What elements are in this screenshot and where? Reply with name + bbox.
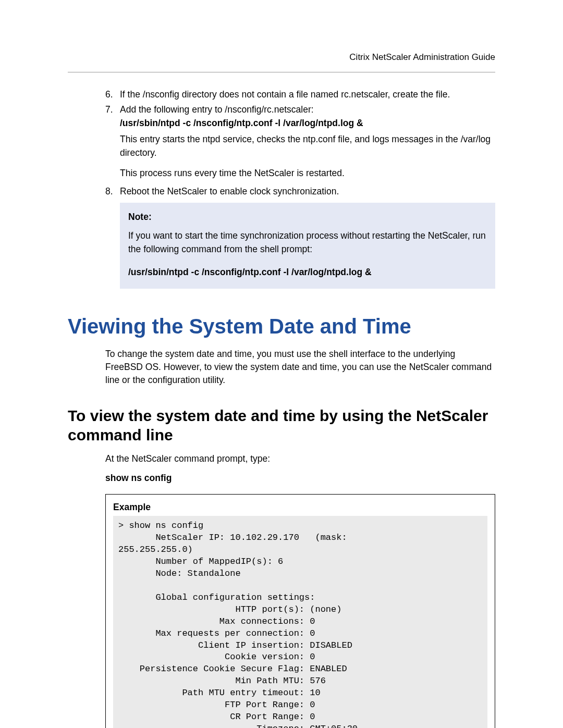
header-rule (68, 72, 495, 72)
note-label: Note: (128, 210, 487, 224)
step-text: Add the following entry to /nsconfig/rc.… (120, 103, 495, 130)
step-text: If the /nsconfig directory does not cont… (120, 88, 495, 101)
heading-h1: Viewing the System Date and Time (68, 315, 495, 338)
numbered-list: 6. If the /nsconfig directory does not c… (105, 88, 495, 289)
step-text: Reboot the NetScaler to enable clock syn… (120, 185, 495, 198)
page: Citrix NetScaler Administration Guide 6.… (0, 0, 563, 728)
step-number: 6. (105, 88, 120, 101)
intro-paragraph: To change the system date and time, you … (105, 348, 495, 387)
step-7-explain-2: This process runs every time the NetScal… (120, 167, 495, 180)
step-6: 6. If the /nsconfig directory does not c… (105, 88, 495, 101)
note-command: /usr/sbin/ntpd -c /nsconfig/ntp.conf -l … (128, 265, 487, 279)
step-8: 8. Reboot the NetScaler to enable clock … (105, 185, 495, 198)
step-7-command: /usr/sbin/ntpd -c /nsconfig/ntp.conf -l … (120, 118, 363, 128)
prompt-paragraph: At the NetScaler command prompt, type: (105, 452, 495, 465)
running-header: Citrix NetScaler Administration Guide (68, 52, 495, 63)
step-number: 8. (105, 185, 120, 198)
note-body: If you want to start the time synchroniz… (128, 229, 487, 256)
show-command: show ns config (105, 473, 495, 484)
step-number: 7. (105, 103, 120, 130)
step-7: 7. Add the following entry to /nsconfig/… (105, 103, 495, 130)
example-block: Example > show ns config NetScaler IP: 1… (105, 494, 495, 728)
example-label: Example (113, 502, 487, 513)
step-7-explain-1: This entry starts the ntpd service, chec… (120, 133, 495, 159)
step-7-line1: Add the following entry to /nsconfig/rc.… (120, 104, 314, 115)
example-code: > show ns config NetScaler IP: 10.102.29… (113, 516, 487, 728)
heading-h2: To view the system date and time by usin… (68, 406, 495, 445)
note-box: Note: If you want to start the time sync… (120, 203, 495, 289)
